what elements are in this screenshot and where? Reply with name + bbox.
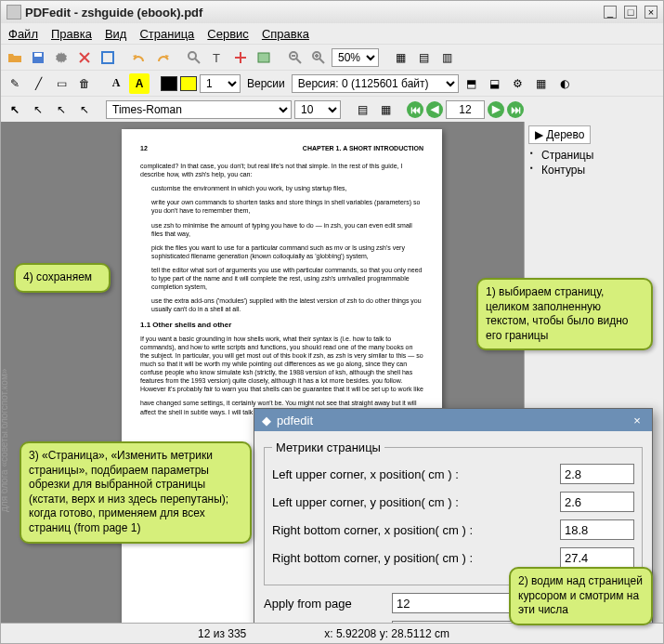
luy-label: Left upper corner, y position( cm ) : [272,495,553,509]
dialog-title: pdfedit [277,414,313,427]
annotation-callout-3: 3) «Страница», «Изменить метрики страниц… [20,441,252,544]
align-icon-1[interactable]: ▤ [352,99,372,120]
align-icon-2[interactable]: ▦ [375,99,396,120]
highlight-icon[interactable]: A [129,73,150,94]
find-icon[interactable] [184,47,204,68]
metrics-fieldset: Метрики страницы Left upper corner, x po… [264,440,643,585]
tree-tab[interactable]: ▶ Дерево [528,125,591,144]
doc-para: If you want a basic grounding in how she… [140,335,423,394]
close-button[interactable]: × [644,6,657,19]
zoom-out-icon[interactable] [285,47,306,68]
apply-from-label: Apply from page [264,597,384,611]
doc-bullet: write your own commands to shorten tasks… [151,198,423,215]
rect-icon[interactable]: ▭ [51,73,72,94]
toolbar-3: ↖ ↖ ↖ ↖ Times-Roman 10 ▤ ▦ ⏮ ◀ ▶ ⏭ [1,96,663,122]
maximize-button[interactable]: □ [624,6,637,19]
fontsize-select[interactable]: 10 [294,100,341,119]
image-icon[interactable] [254,47,274,68]
delete-icon[interactable]: 🗑 [74,73,95,94]
toolbar-2: ✎ ╱ ▭ 🗑 A A 1 Версии Версия: 0 (1125601 … [1,70,663,96]
tree-view[interactable]: Страницы Контуры [528,148,659,177]
tool-icon-c[interactable]: ⚙ [508,73,528,94]
rby-input[interactable] [560,547,634,568]
menu-view[interactable]: Вид [105,27,127,41]
svg-rect-2 [102,52,113,63]
tree-node-outlines[interactable]: Контуры [528,163,659,177]
doc-bullet: use zsh to minimise the amount of typing… [151,221,423,238]
cursor-icon[interactable]: ↖ [5,99,25,120]
page-input[interactable] [446,100,485,119]
window-titlebar: PDFedit - zshguide (ebook).pdf _ □ × [1,1,663,23]
menu-edit[interactable]: Правка [51,27,92,41]
page-number-label: 12 [140,144,148,152]
prev-page-icon[interactable]: ◀ [426,101,443,118]
status-coords: x: 5.92208 y: 28.5112 cm [313,627,461,640]
rbx-input[interactable] [560,519,634,540]
settings-icon[interactable] [51,47,72,68]
bg-color-swatch[interactable] [180,76,197,91]
doc-bullet: use the extra add-ons ('modules') suppli… [151,296,423,313]
version-select[interactable]: Версия: 0 (1125601 байт) [292,74,459,93]
luy-input[interactable] [560,492,634,512]
chapter-label: CHAPTER 1. A SHORT INTRODUCTION [303,144,423,152]
fieldset-legend: Метрики страницы [272,440,384,454]
misc-icon-3[interactable]: ▥ [436,47,457,68]
add-icon[interactable] [230,47,251,68]
dialog-close-icon[interactable]: × [630,413,644,427]
zoom-in-icon[interactable] [308,47,329,68]
tool-icon-e[interactable]: ◐ [554,73,575,94]
minimize-button[interactable]: _ [604,6,617,19]
save-icon[interactable] [28,47,48,68]
cursor2-icon[interactable]: ↖ [28,99,48,120]
window-title: PDFedit - zshguide (ebook).pdf [25,6,596,20]
cursor3-icon[interactable]: ↖ [51,99,72,120]
fg-color-swatch[interactable] [161,76,177,91]
statusbar: 12 из 335 x: 5.92208 y: 28.5112 cm [1,623,663,643]
menu-file[interactable]: Файл [8,27,38,41]
menu-page[interactable]: Страница [139,27,194,41]
svg-text:T: T [213,51,220,65]
last-page-icon[interactable]: ⏭ [507,101,524,118]
dialog-titlebar[interactable]: ◆ pdfedit × [254,409,652,431]
toolbar-1: T 50% ▦ ▤ ▥ [1,44,663,70]
annotation-callout-2: 2) водим над страницей курсором и смотри… [509,567,653,625]
svg-rect-1 [34,53,42,57]
status-pages: 12 из 335 [187,627,257,640]
fit-icon[interactable] [98,47,118,68]
open-icon[interactable] [5,47,25,68]
size-select[interactable]: 1 [200,74,241,93]
zoom-select[interactable]: 50% [332,48,379,67]
close-doc-icon[interactable] [74,47,95,68]
rby-label: Right bottom corner, y position( cm ) : [272,551,553,565]
versions-label: Версии [243,77,289,90]
text-icon[interactable]: T [207,47,228,68]
annotation-callout-4: 4) сохраняем [14,263,111,293]
undo-icon[interactable] [129,47,150,68]
doc-bullet: tell the editor what sort of arguments y… [151,266,423,291]
pencil-icon[interactable]: ✎ [5,73,25,94]
cursor4-icon[interactable]: ↖ [74,99,95,120]
tool-icon-d[interactable]: ▦ [531,73,552,94]
first-page-icon[interactable]: ⏮ [407,101,423,118]
watermark-text: для блога «советы.блогспот.ком» [1,369,9,512]
menubar: Файл Правка Вид Страница Сервис Справка [1,23,663,44]
misc-icon-1[interactable]: ▦ [390,47,410,68]
lux-input[interactable] [560,464,634,484]
bold-icon[interactable]: A [106,73,126,94]
doc-heading: 1.1 Other shells and other [140,321,423,330]
misc-icon-2[interactable]: ▤ [413,47,434,68]
redo-icon[interactable] [152,47,173,68]
svg-rect-5 [258,53,269,62]
tool-icon-a[interactable]: ⬒ [462,73,482,94]
font-select[interactable]: Times-Roman [106,100,292,119]
tree-node-pages[interactable]: Страницы [528,148,659,163]
annotation-callout-1: 1) выбираем страницу, целиком заполненну… [476,278,653,350]
next-page-icon[interactable]: ▶ [488,101,504,118]
doc-bullet: pick the files you want to use for a par… [151,243,423,260]
menu-tools[interactable]: Сервис [207,27,249,41]
tool-icon-b[interactable]: ⬓ [485,73,505,94]
menu-help[interactable]: Справка [262,27,309,41]
svg-point-3 [189,52,196,59]
line-icon[interactable]: ╱ [28,73,48,94]
app-icon [7,5,21,20]
